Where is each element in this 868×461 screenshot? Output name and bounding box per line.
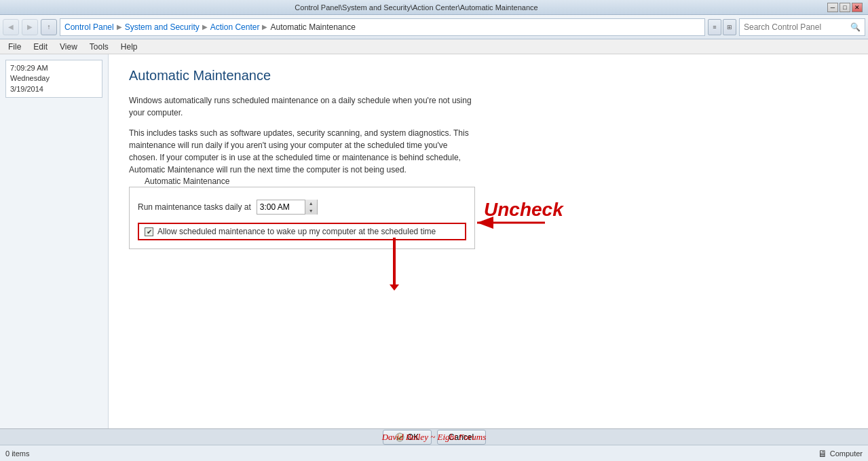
spinner-up-button[interactable]: ▲ bbox=[305, 200, 317, 207]
menu-help[interactable]: Help bbox=[115, 39, 143, 54]
search-input[interactable] bbox=[744, 22, 848, 32]
maximize-button[interactable]: □ bbox=[839, 3, 850, 12]
run-daily-row: Run maintenance tasks daily at ▲ ▼ bbox=[138, 200, 466, 215]
breadcrumb-auto-maintenance: Automatic Maintenance bbox=[270, 22, 355, 32]
bottom-bar: David Bailey ~ Eight Forums OK Cancel bbox=[0, 428, 868, 445]
minimize-button[interactable]: ─ bbox=[827, 3, 838, 12]
run-daily-label: Run maintenance tasks daily at bbox=[138, 202, 251, 212]
section-legend: Automatic Maintenance bbox=[140, 177, 233, 186]
menu-edit[interactable]: Edit bbox=[28, 39, 53, 54]
breadcrumb-control-panel[interactable]: Control Panel bbox=[64, 22, 114, 32]
arrow-tip bbox=[390, 284, 399, 291]
computer-icon: 🖥 bbox=[818, 448, 827, 459]
wake-computer-checkbox[interactable]: ✔ bbox=[145, 227, 153, 236]
nav-icon-group: ≡ ⊞ bbox=[708, 19, 736, 35]
description-paragraph-1: Windows automatically runs scheduled mai… bbox=[129, 94, 475, 119]
title-bar: Control Panel\System and Security\Action… bbox=[0, 0, 868, 15]
maintenance-section: Automatic Maintenance Run maintenance ta… bbox=[129, 187, 475, 249]
watermark: David Bailey ~ Eight Forums bbox=[382, 432, 487, 443]
spinner-down-button[interactable]: ▼ bbox=[305, 207, 317, 215]
back-button[interactable]: ◀ bbox=[3, 19, 19, 35]
forward-button[interactable]: ▶ bbox=[22, 19, 38, 35]
time-input[interactable] bbox=[257, 200, 305, 214]
uncheck-annotation: Uncheck bbox=[484, 199, 563, 221]
breadcrumb-system-security[interactable]: System and Security bbox=[125, 22, 200, 32]
clock-day: Wednesday bbox=[10, 73, 98, 84]
menu-file[interactable]: File bbox=[3, 39, 26, 54]
checkmark-icon: ✔ bbox=[147, 228, 152, 236]
section-content: Run maintenance tasks daily at ▲ ▼ bbox=[130, 197, 474, 248]
item-count: 0 items bbox=[5, 449, 29, 458]
clock-date: 3/19/2014 bbox=[10, 84, 98, 94]
view-options-button[interactable]: ≡ bbox=[708, 19, 721, 35]
checkbox-row: ✔ Allow scheduled maintenance to wake up… bbox=[145, 227, 436, 236]
breadcrumb-bar: Control Panel ▶ System and Security ▶ Ac… bbox=[60, 18, 705, 36]
description-paragraph-2: This includes tasks such as software upd… bbox=[129, 127, 475, 176]
time-spinner[interactable]: ▲ ▼ bbox=[305, 200, 317, 215]
page-title: Automatic Maintenance bbox=[129, 68, 848, 84]
status-bar: 0 items 🖥 Computer bbox=[0, 445, 868, 461]
computer-label: Computer bbox=[830, 449, 863, 458]
close-button[interactable]: ✕ bbox=[852, 3, 863, 12]
status-right: 🖥 Computer bbox=[818, 448, 863, 459]
time-select-group: ▲ ▼ bbox=[257, 200, 318, 215]
search-box: 🔍 bbox=[739, 18, 865, 36]
checkbox-area: ✔ Allow scheduled maintenance to wake up… bbox=[138, 223, 466, 240]
menu-tools[interactable]: Tools bbox=[84, 39, 114, 54]
search-icon: 🔍 bbox=[850, 22, 861, 32]
nav-bar: ◀ ▶ ↑ Control Panel ▶ System and Securit… bbox=[0, 15, 868, 39]
clock-time: 7:09:29 AM bbox=[10, 63, 98, 73]
menu-view[interactable]: View bbox=[54, 39, 83, 54]
vertical-arrow bbox=[393, 238, 396, 285]
clock-widget: 7:09:29 AM Wednesday 3/19/2014 bbox=[5, 60, 102, 98]
window-controls: ─ □ ✕ bbox=[827, 3, 863, 12]
main-layout: 7:09:29 AM Wednesday 3/19/2014 Automatic… bbox=[0, 54, 868, 428]
sidebar: 7:09:29 AM Wednesday 3/19/2014 bbox=[0, 54, 109, 428]
checkbox-row-wrapper: ✔ Allow scheduled maintenance to wake up… bbox=[138, 223, 466, 240]
menu-bar: File Edit View Tools Help bbox=[0, 39, 868, 54]
breadcrumb-action-center[interactable]: Action Center bbox=[210, 22, 260, 32]
checkbox-label: Allow scheduled maintenance to wake up m… bbox=[157, 227, 436, 236]
title-bar-text: Control Panel\System and Security\Action… bbox=[5, 3, 827, 12]
up-button[interactable]: ↑ bbox=[41, 19, 57, 35]
content-area: Automatic Maintenance Windows automatica… bbox=[109, 54, 868, 428]
preview-button[interactable]: ⊞ bbox=[723, 19, 736, 35]
